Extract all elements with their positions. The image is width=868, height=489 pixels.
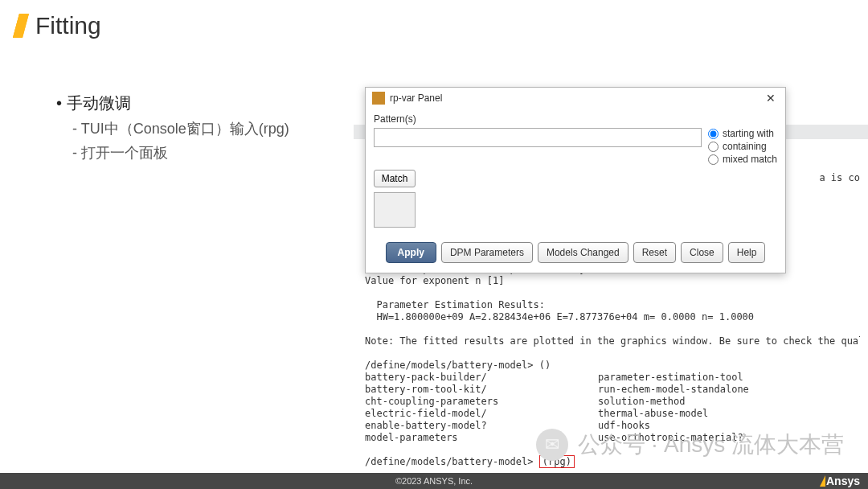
match-button[interactable]: Match	[374, 170, 416, 187]
reset-button[interactable]: Reset	[633, 242, 676, 263]
rpg-highlight: (rpg)	[539, 455, 575, 468]
footer-text: ©2023 ANSYS, Inc.	[395, 476, 473, 486]
panel-icon	[372, 92, 385, 105]
title-accent	[13, 14, 29, 38]
bullet-list: 手动微调 TUI中（Console窗口）输入(rpg) 打开一个面板	[56, 92, 289, 162]
patterns-label: Pattern(s)	[374, 113, 777, 125]
menu-l3: electric-field-model/	[365, 408, 598, 420]
radio-starting[interactable]: starting with	[708, 128, 777, 139]
title-bar: Fitting	[16, 12, 101, 39]
pattern-row: starting with containing mixed match	[374, 128, 777, 165]
bullet-sub-1: TUI中（Console窗口）输入(rpg)	[72, 119, 289, 138]
radio-containing-input[interactable]	[708, 142, 719, 152]
menu-row: battery-rom-tool-kit/run-echem-model-sta…	[365, 384, 749, 395]
menu-l2: cht-coupling-parameters	[365, 396, 598, 408]
panel-title: rp-var Panel	[390, 92, 763, 104]
bullet-main: 手动微调	[56, 92, 289, 114]
radio-containing-label: containing	[723, 141, 767, 152]
menu-r1: run-echem-model-standalone	[598, 384, 749, 395]
menu-row: model-parametersuse-orthotropic-material…	[365, 432, 743, 443]
menu-l0: battery-pack-builder/	[365, 372, 598, 384]
menu-row: battery-pack-builder/parameter-estimatio…	[365, 372, 743, 383]
close-icon[interactable]: ✕	[763, 92, 779, 105]
close-button[interactable]: Close	[681, 242, 723, 263]
radio-mixed-label: mixed match	[723, 154, 777, 165]
radio-containing[interactable]: containing	[708, 141, 777, 152]
menu-r2: solution-method	[598, 396, 685, 407]
ansys-logo: Ansys	[820, 473, 860, 489]
menu-r5: use-orthotropic-material?	[598, 432, 743, 443]
radio-starting-input[interactable]	[708, 129, 719, 139]
footer: ©2023 ANSYS, Inc. Ansys	[0, 473, 868, 489]
console-menu-prompt: /define/models/battery-model> ()	[365, 360, 551, 371]
panel-buttons: Apply DPM Parameters Models Changed Rese…	[366, 236, 785, 273]
results-list[interactable]	[374, 192, 416, 228]
menu-r0: parameter-estimation-tool	[598, 372, 743, 383]
page-title: Fitting	[35, 12, 101, 39]
menu-l1: battery-rom-tool-kit/	[365, 384, 598, 396]
logo-triangle-icon	[820, 475, 825, 487]
radio-group: starting with containing mixed match	[708, 128, 777, 165]
radio-mixed-input[interactable]	[708, 154, 719, 165]
radio-mixed[interactable]: mixed match	[708, 154, 777, 165]
menu-row: enable-battery-model?udf-hooks	[365, 420, 650, 431]
rpvar-panel: rp-var Panel ✕ Pattern(s) starting with …	[365, 87, 786, 273]
menu-r3: thermal-abuse-model	[598, 408, 708, 419]
menu-row: electric-field-model/thermal-abuse-model	[365, 408, 708, 419]
menu-l4: enable-battery-model?	[365, 420, 598, 432]
bullet-sub-2: 打开一个面板	[72, 143, 289, 162]
radio-starting-label: starting with	[723, 128, 774, 139]
menu-r4: udf-hooks	[598, 420, 650, 431]
dpm-parameters-button[interactable]: DPM Parameters	[441, 242, 533, 263]
slide: Fitting 手动微调 TUI中（Console窗口）输入(rpg) 打开一个…	[0, 0, 868, 489]
console-overflow-text: a is co	[819, 172, 860, 183]
models-changed-button[interactable]: Models Changed	[538, 242, 628, 263]
panel-header: rp-var Panel ✕	[366, 88, 785, 109]
apply-button[interactable]: Apply	[386, 242, 436, 263]
help-button[interactable]: Help	[728, 242, 766, 263]
pattern-input[interactable]	[374, 128, 702, 147]
console-prompt2: /define/models/battery-model>	[365, 456, 539, 467]
menu-row: cht-coupling-parameterssolution-method	[365, 396, 685, 407]
logo-text: Ansys	[826, 475, 860, 487]
panel-body: Pattern(s) starting with containing mixe…	[366, 109, 785, 236]
menu-l5: model-parameters	[365, 432, 598, 444]
